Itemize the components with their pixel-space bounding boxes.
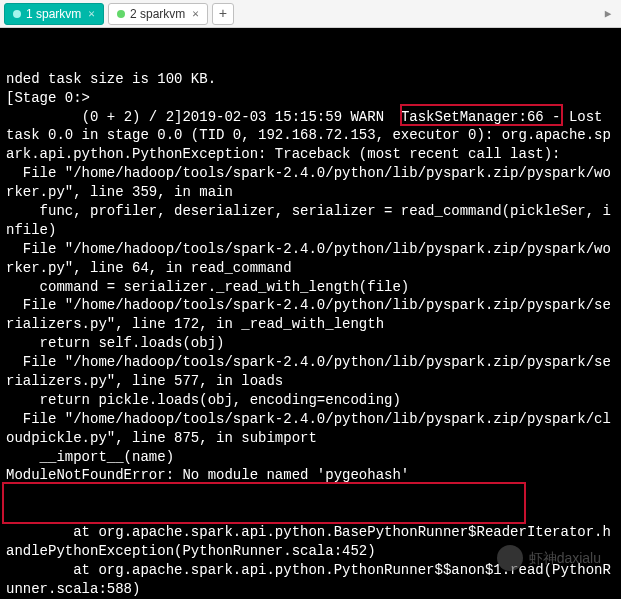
tab-sparkvm-2[interactable]: 2 sparkvm ✕ — [108, 3, 208, 25]
status-dot-icon — [117, 10, 125, 18]
tab-bar: 1 sparkvm ✕ 2 sparkvm ✕ + ▶ — [0, 0, 621, 28]
terminal-text: nded task size is 100 KB. [Stage 0:> (0 … — [6, 70, 615, 599]
close-icon[interactable]: ✕ — [88, 7, 95, 20]
chevron-right-icon: ▶ — [605, 7, 612, 20]
tab-overflow-button[interactable]: ▶ — [599, 3, 617, 25]
status-dot-icon — [13, 10, 21, 18]
tab-label: 1 sparkvm — [26, 7, 81, 21]
plus-icon: + — [219, 6, 227, 22]
new-tab-button[interactable]: + — [212, 3, 234, 25]
tab-label: 2 sparkvm — [130, 7, 185, 21]
close-icon[interactable]: ✕ — [192, 7, 199, 20]
terminal-output[interactable]: nded task size is 100 KB. [Stage 0:> (0 … — [0, 28, 621, 599]
tab-sparkvm-1[interactable]: 1 sparkvm ✕ — [4, 3, 104, 25]
